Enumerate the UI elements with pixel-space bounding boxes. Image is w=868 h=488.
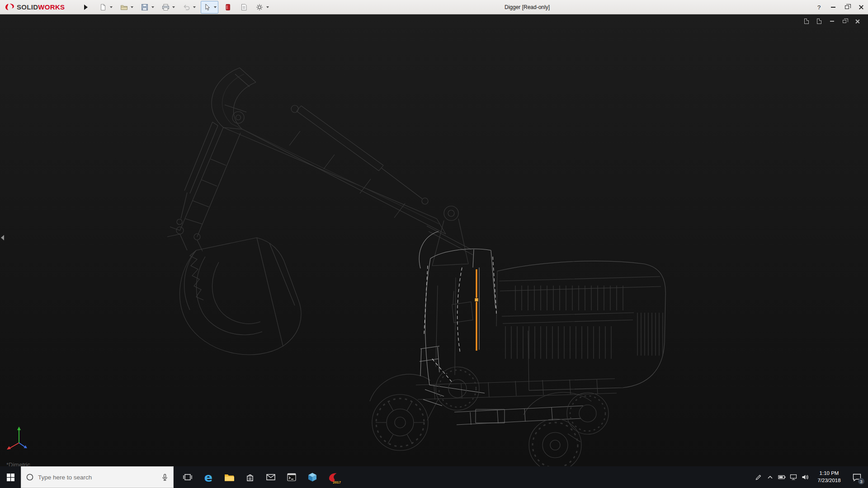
battery-tray-button[interactable]	[776, 466, 788, 488]
new-document-icon	[99, 4, 107, 11]
doc-close-button[interactable]	[854, 18, 861, 25]
chevron-up-icon	[767, 475, 773, 479]
show-window-button[interactable]	[816, 18, 823, 25]
3d-viewer-button[interactable]	[302, 466, 323, 488]
window-controls: ?	[812, 0, 868, 14]
ds-swoosh-icon	[5, 3, 14, 11]
system-tray: 1:10 PM 7/23/2018 3	[752, 466, 868, 488]
task-view-button[interactable]	[177, 466, 198, 488]
options-gear-icon	[256, 4, 263, 11]
open-dropdown[interactable]	[129, 2, 134, 13]
windows-logo-icon	[7, 474, 14, 481]
close-icon	[855, 19, 860, 24]
minimize-button[interactable]	[826, 0, 840, 14]
select-cursor-icon	[203, 4, 211, 11]
save-button[interactable]	[139, 2, 150, 13]
close-button[interactable]	[854, 0, 868, 14]
chevron-down-icon	[193, 6, 196, 8]
open-folder-icon	[120, 4, 128, 11]
restore-icon	[843, 20, 846, 23]
taskbar-clock[interactable]: 1:10 PM 7/23/2018	[811, 470, 847, 484]
restore-button[interactable]	[840, 0, 854, 14]
doc-restore-button[interactable]	[841, 18, 848, 25]
sw-year-badge: 2017	[333, 480, 341, 484]
orientation-triad	[5, 423, 33, 452]
undo-button[interactable]	[181, 2, 192, 13]
mail-button[interactable]	[260, 466, 281, 488]
doc-minimize-button[interactable]	[828, 18, 835, 25]
chevron-down-icon	[214, 6, 217, 8]
options-dropdown[interactable]	[265, 2, 270, 13]
window-icon	[817, 19, 821, 24]
store-button[interactable]	[240, 466, 260, 488]
pen-tray-button[interactable]	[752, 466, 764, 488]
3d-cube-icon	[307, 472, 317, 482]
quick-access-toolbar	[97, 1, 274, 14]
new-window-button[interactable]	[803, 18, 810, 25]
new-document-dropdown[interactable]	[108, 2, 113, 13]
network-tray-button[interactable]	[788, 466, 799, 488]
close-icon	[859, 5, 864, 10]
brand-text: SOLIDWORKS	[17, 3, 65, 11]
minimize-icon	[830, 21, 834, 22]
print-button[interactable]	[160, 2, 171, 13]
command-prompt-icon	[287, 473, 296, 481]
red-book-icon	[225, 4, 231, 11]
chevron-down-icon	[151, 6, 154, 8]
undo-dropdown[interactable]	[192, 2, 197, 13]
notification-badge: 3	[858, 478, 864, 484]
help-button[interactable]: ?	[812, 0, 826, 14]
microphone-icon[interactable]	[161, 474, 169, 481]
solidworks-app-button[interactable]: 2017	[323, 466, 344, 488]
store-bag-icon	[246, 473, 254, 482]
save-icon	[141, 4, 148, 11]
open-button[interactable]	[118, 2, 129, 13]
network-icon	[790, 474, 797, 480]
chevron-down-icon	[172, 6, 175, 8]
file-properties-icon	[241, 4, 247, 11]
right-triangle-icon	[84, 5, 88, 10]
search-input[interactable]	[38, 474, 157, 481]
windows-taskbar: e 2017 1:10 PM	[0, 466, 868, 488]
volume-tray-button[interactable]	[799, 466, 811, 488]
command-prompt-button[interactable]	[281, 466, 302, 488]
document-window-controls	[803, 18, 861, 25]
view-orientation-label: *Dimetric	[6, 461, 30, 466]
undo-icon	[183, 4, 190, 11]
taskbar-search[interactable]	[21, 466, 174, 488]
start-button[interactable]	[0, 466, 21, 488]
mail-envelope-icon	[266, 474, 275, 481]
save-dropdown[interactable]	[150, 2, 155, 13]
volume-icon	[802, 474, 809, 480]
feature-manager-collapsed-tab[interactable]	[1, 231, 6, 244]
file-explorer-button[interactable]	[219, 466, 240, 488]
print-icon	[162, 4, 170, 11]
solidworks-logo: SOLIDWORKS	[0, 3, 81, 11]
window-icon	[804, 19, 809, 24]
file-explorer-icon	[224, 473, 234, 482]
chevron-down-icon	[131, 6, 133, 8]
minimize-icon	[831, 7, 835, 8]
clock-date: 7/23/2018	[811, 477, 847, 484]
print-dropdown[interactable]	[171, 2, 176, 13]
selected-edge[interactable]	[475, 269, 478, 351]
restore-icon	[845, 5, 849, 9]
solidworks-resources-button[interactable]	[222, 2, 233, 13]
solidworks-app-icon: 2017	[326, 470, 340, 484]
action-center-button[interactable]: 3	[847, 466, 866, 488]
task-view-icon	[183, 473, 192, 481]
menu-flyout-arrow[interactable]	[81, 2, 90, 13]
graphics-viewport[interactable]: *Dimetric	[0, 14, 868, 466]
clock-time: 1:10 PM	[811, 470, 847, 477]
options-button[interactable]	[254, 2, 265, 13]
edge-browser-button[interactable]: e	[198, 466, 219, 488]
chevron-down-icon	[266, 6, 269, 8]
left-arrow-icon	[1, 235, 4, 240]
select-tool-button[interactable]	[202, 2, 212, 13]
select-tool-dropdown[interactable]	[212, 2, 217, 13]
new-document-button[interactable]	[98, 2, 108, 13]
pen-icon	[755, 474, 762, 481]
file-properties-button[interactable]	[238, 2, 249, 13]
select-tool-group	[201, 1, 218, 14]
hidden-icons-button[interactable]	[764, 466, 776, 488]
